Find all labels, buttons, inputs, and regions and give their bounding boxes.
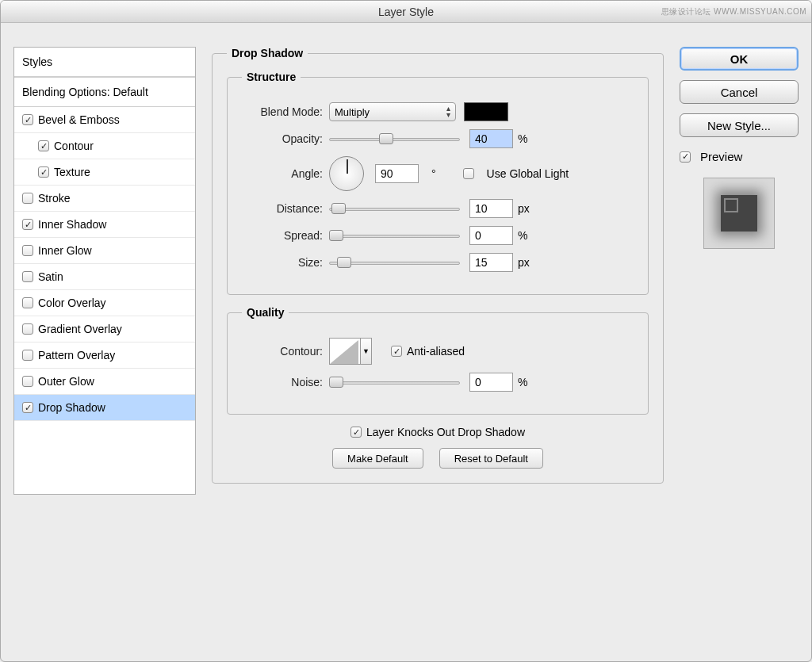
angle-unit: ° (431, 167, 436, 180)
cancel-button[interactable]: Cancel (680, 80, 799, 104)
antialias-label: Anti-aliased (407, 345, 465, 358)
style-item-contour[interactable]: Contour (14, 133, 195, 159)
size-input[interactable] (469, 253, 513, 272)
spread-unit: % (518, 229, 527, 242)
global-light-label: Use Global Light (487, 167, 569, 180)
spread-slider[interactable] (329, 228, 460, 243)
knockout-checkbox[interactable] (350, 427, 362, 438)
titlebar: Layer Style 思缘设计论坛 WWW.MISSYUAN.COM (1, 1, 811, 23)
preview-label: Preview (700, 150, 742, 163)
style-checkbox[interactable] (38, 140, 49, 151)
style-checkbox[interactable] (38, 166, 49, 178)
main-panel: Drop Shadow Structure Blend Mode: Multip… (212, 47, 664, 495)
style-item-label: Pattern Overlay (38, 349, 115, 362)
style-item-inner-shadow[interactable]: Inner Shadow (14, 212, 195, 238)
blend-mode-select[interactable]: Multiply ▴▾ (329, 102, 456, 121)
opacity-input[interactable] (469, 129, 513, 148)
window-title: Layer Style (378, 6, 434, 18)
style-checkbox[interactable] (22, 219, 33, 230)
size-slider[interactable] (329, 254, 460, 270)
distance-slider[interactable] (329, 201, 460, 216)
style-checkbox[interactable] (22, 297, 33, 308)
structure-group: Structure Blend Mode: Multiply ▴▾ Opacit… (227, 71, 649, 295)
noise-input[interactable] (469, 373, 513, 392)
size-label: Size: (242, 256, 329, 269)
style-checkbox[interactable] (22, 402, 33, 413)
noise-slider[interactable] (329, 374, 460, 390)
style-item-label: Texture (54, 166, 90, 178)
style-item-inner-glow[interactable]: Inner Glow (14, 238, 195, 264)
watermark: 思缘设计论坛 WWW.MISSYUAN.COM (661, 1, 806, 23)
styles-panel: Styles Blending Options: Default Bevel &… (13, 47, 196, 495)
style-item-label: Stroke (38, 192, 70, 205)
opacity-unit: % (518, 132, 527, 145)
style-item-label: Outer Glow (38, 375, 94, 388)
knockout-label: Layer Knocks Out Drop Shadow (366, 426, 525, 438)
blend-mode-value: Multiply (335, 106, 370, 118)
style-checkbox[interactable] (22, 376, 33, 387)
structure-legend: Structure (242, 71, 301, 83)
contour-thumbnail[interactable] (329, 338, 361, 365)
style-checkbox[interactable] (22, 323, 33, 335)
distance-input[interactable] (469, 199, 513, 218)
select-arrows-icon: ▴▾ (446, 105, 450, 118)
style-item-pattern-overlay[interactable]: Pattern Overlay (14, 342, 195, 369)
opacity-label: Opacity: (242, 132, 329, 145)
right-buttons: OK Cancel New Style... Preview (680, 47, 799, 495)
new-style-button[interactable]: New Style... (680, 113, 799, 137)
reset-default-button[interactable]: Reset to Default (439, 448, 543, 469)
style-checkbox[interactable] (22, 271, 33, 282)
style-item-texture[interactable]: Texture (14, 159, 195, 186)
contour-label: Contour: (242, 345, 329, 358)
style-checkbox[interactable] (22, 245, 33, 256)
layer-style-dialog: Layer Style 思缘设计论坛 WWW.MISSYUAN.COM Styl… (0, 0, 812, 662)
style-item-label: Inner Shadow (38, 218, 106, 231)
angle-input[interactable] (375, 164, 419, 183)
angle-dial[interactable] (329, 156, 364, 191)
drop-shadow-group: Drop Shadow Structure Blend Mode: Multip… (212, 47, 664, 484)
preview-thumbnail (703, 178, 775, 249)
panel-title: Drop Shadow (227, 47, 308, 59)
preview-checkbox[interactable] (680, 151, 691, 163)
style-item-label: Drop Shadow (38, 401, 105, 414)
style-item-label: Gradient Overlay (38, 323, 122, 335)
noise-unit: % (518, 376, 527, 388)
spread-input[interactable] (469, 226, 513, 245)
style-item-satin[interactable]: Satin (14, 264, 195, 290)
ok-button[interactable]: OK (680, 47, 799, 71)
style-item-bevel-emboss[interactable]: Bevel & Emboss (14, 107, 195, 133)
global-light-checkbox[interactable] (463, 168, 474, 179)
quality-group: Quality Contour: ▼ Anti-aliased Noise: % (227, 306, 649, 415)
angle-label: Angle: (242, 167, 329, 180)
distance-unit: px (518, 202, 530, 215)
style-item-stroke[interactable]: Stroke (14, 186, 195, 212)
blending-options[interactable]: Blending Options: Default (14, 77, 195, 107)
quality-legend: Quality (242, 306, 289, 319)
style-checkbox[interactable] (22, 350, 33, 361)
style-item-label: Contour (54, 140, 94, 152)
size-unit: px (518, 256, 530, 269)
styles-header[interactable]: Styles (14, 48, 195, 77)
style-checkbox[interactable] (22, 114, 33, 125)
distance-label: Distance: (242, 202, 329, 215)
style-item-label: Inner Glow (38, 244, 92, 257)
blend-mode-label: Blend Mode: (242, 105, 329, 118)
contour-dropdown-icon[interactable]: ▼ (361, 338, 372, 365)
style-item-drop-shadow[interactable]: Drop Shadow (14, 395, 195, 421)
style-item-label: Color Overlay (38, 297, 106, 309)
spread-label: Spread: (242, 229, 329, 242)
antialias-checkbox[interactable] (391, 346, 402, 357)
style-item-gradient-overlay[interactable]: Gradient Overlay (14, 316, 195, 342)
style-item-label: Bevel & Emboss (38, 113, 120, 126)
shadow-color-swatch[interactable] (464, 102, 508, 121)
opacity-slider[interactable] (329, 131, 460, 147)
make-default-button[interactable]: Make Default (332, 448, 423, 469)
style-checkbox[interactable] (22, 193, 33, 204)
style-item-label: Satin (38, 270, 63, 283)
noise-label: Noise: (242, 376, 329, 388)
style-item-outer-glow[interactable]: Outer Glow (14, 369, 195, 395)
style-item-color-overlay[interactable]: Color Overlay (14, 290, 195, 316)
